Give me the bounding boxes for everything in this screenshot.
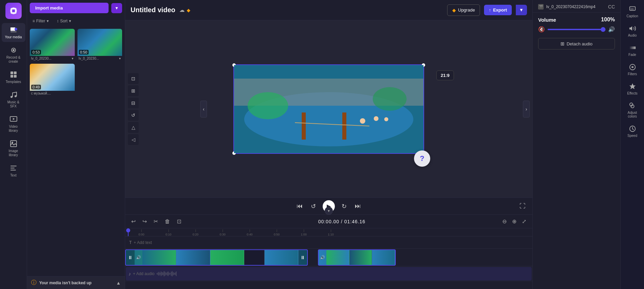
right-sidebar-item-audio[interactable]: Audio xyxy=(622,22,643,40)
audio-track-content[interactable]: ♪ + Add audio xyxy=(126,267,532,281)
svg-rect-21 xyxy=(342,112,346,140)
sort-button[interactable]: ↕ Sort ▾ xyxy=(54,17,74,25)
ruler-mark-0: 0:00 xyxy=(128,229,155,236)
svg-rect-0 xyxy=(10,27,15,31)
svg-point-9 xyxy=(10,96,13,98)
skip-to-end-button[interactable]: ⏭ xyxy=(353,201,362,211)
playback-controls: ⏮ ↺ ▶ ↻ ⏭ ⛶ ▼ xyxy=(125,198,532,214)
right-sidebar-item-fade[interactable]: Fade xyxy=(622,41,643,59)
import-media-button[interactable]: Import media xyxy=(30,3,109,13)
zoom-out-button[interactable]: ⊖ xyxy=(500,217,509,226)
detach-audio-button[interactable]: ⊞ Detach audio xyxy=(538,38,615,49)
rotate-tool-button[interactable]: ↺ xyxy=(128,110,139,121)
video-track: ⏸ 🔊 ⏸ 🔊 xyxy=(125,249,532,266)
right-sidebar-label-speed: Speed xyxy=(627,134,637,138)
rewind-5s-button[interactable]: ↺ xyxy=(309,201,317,211)
export-dropdown-button[interactable]: ▼ xyxy=(516,5,527,15)
media-clip-3[interactable]: 0:49 с музыкой.... xyxy=(30,64,75,96)
right-panel-header: 🎬 lv_0_20230704222416mp4 CC xyxy=(533,0,620,13)
media-clip-1[interactable]: 0:53 lv_0_20230... ▾ xyxy=(30,29,75,61)
sidebar-item-video-library[interactable]: Videolibrary xyxy=(2,112,25,136)
cloud-icon: ☁ xyxy=(179,7,185,13)
cut-button[interactable]: ✂ xyxy=(152,217,160,226)
upgrade-label: Upgrade xyxy=(458,7,475,13)
split-button[interactable]: ⊡ xyxy=(175,217,183,226)
panel-collapse-button[interactable]: ‹ xyxy=(200,101,207,118)
right-sidebar-item-speed[interactable]: Speed xyxy=(622,122,643,140)
svg-rect-8 xyxy=(14,75,17,78)
export-button[interactable]: ↑ Export xyxy=(484,5,512,15)
text-track-icon: T xyxy=(129,240,132,245)
undo-button[interactable]: ↩ xyxy=(129,217,138,226)
filter-button[interactable]: ≡ Filter ▾ xyxy=(30,17,51,25)
svg-rect-28 xyxy=(629,46,635,49)
svg-point-23 xyxy=(374,116,378,121)
add-text-track-button[interactable]: T + Add text xyxy=(125,240,156,245)
timeline-playhead[interactable] xyxy=(128,228,129,236)
right-sidebar-item-adjust-colors[interactable]: Adjustcolors xyxy=(622,99,643,121)
right-sidebar-label-caption: Caption xyxy=(626,14,638,18)
volume-slider[interactable] xyxy=(548,29,605,30)
sidebar-item-your-media[interactable]: Your media xyxy=(2,23,25,42)
app-logo[interactable] xyxy=(5,3,22,19)
right-sidebar-item-filters[interactable]: Filters xyxy=(622,61,643,79)
media-clip-2[interactable]: 0:50 lv_0_20230... ▾ xyxy=(77,29,122,61)
backup-warning-bar: ⓘ Your media isn't backed up ▲ xyxy=(27,276,125,289)
svg-text:CC: CC xyxy=(630,8,634,10)
sort-label: Sort xyxy=(60,19,68,23)
flip-v-tool-button[interactable]: ◁ xyxy=(128,134,139,145)
sidebar-item-music-sfx[interactable]: Music &SFX xyxy=(2,88,25,111)
captions-icon: CC xyxy=(608,4,615,9)
clip-name-3: с музыкой.... xyxy=(31,91,51,95)
panel-expand-right-button[interactable]: › xyxy=(523,101,530,118)
clip-more-icon-2[interactable]: ▾ xyxy=(119,57,121,60)
clip-more-icon-1[interactable]: ▾ xyxy=(72,57,73,60)
redo-button[interactable]: ↪ xyxy=(140,217,149,226)
sidebar-item-label-video-library: Videolibrary xyxy=(9,125,18,133)
video-clip-second[interactable]: 🔊 xyxy=(318,249,396,266)
resize-tool-button[interactable]: ⊡ xyxy=(128,73,139,84)
help-bubble-button[interactable]: ? xyxy=(414,150,430,167)
fit-timeline-button[interactable]: ⤢ xyxy=(520,217,528,226)
video-clip-main[interactable]: ⏸ 🔊 ⏸ xyxy=(125,249,308,266)
import-media-dropdown-button[interactable]: ▼ xyxy=(111,3,122,13)
video-canvas: 21:9 ? xyxy=(233,64,424,154)
sidebar-item-text[interactable]: Text xyxy=(2,161,25,180)
ruler-mark-1: 0:10 xyxy=(155,229,182,236)
timeline-collapse-button[interactable]: ▼ xyxy=(325,207,333,215)
svg-rect-6 xyxy=(14,71,17,74)
clip2-thumb-1 xyxy=(326,250,349,265)
flip-h-tool-button[interactable]: △ xyxy=(128,122,139,133)
media-panel: Import media ▼ ≡ Filter ▾ ↕ Sort ▾ 0:53 … xyxy=(27,0,125,289)
sidebar-item-image-library[interactable]: Imagelibrary xyxy=(2,137,25,160)
filter-label: Filter xyxy=(36,19,45,23)
skip-to-start-button[interactable]: ⏮ xyxy=(295,201,304,211)
clip-name-row-3: с музыкой.... xyxy=(30,91,75,96)
total-time: 01:46.16 xyxy=(344,219,366,224)
right-sidebar-item-caption[interactable]: CC Caption xyxy=(622,3,643,21)
aspect-ratio-badge[interactable]: 21:9 xyxy=(436,70,454,80)
clip-name-row-2: lv_0_20230... ▾ xyxy=(77,56,122,61)
sidebar-item-templates[interactable]: Templates xyxy=(2,68,25,87)
crop-tool-button[interactable]: ⊞ xyxy=(128,85,139,96)
volume-row: Volume 100% xyxy=(533,13,620,25)
clip-name-2: lv_0_20230... xyxy=(79,57,99,60)
video-track-content: ⏸ 🔊 ⏸ 🔊 xyxy=(125,249,532,266)
volume-slider-thumb[interactable] xyxy=(601,27,605,32)
volume-max-button[interactable]: 🔊 xyxy=(608,26,615,33)
ruler-mark-2: 0:20 xyxy=(182,229,209,236)
sidebar-item-record-create[interactable]: Record &create xyxy=(2,43,25,66)
fullscreen-button[interactable]: ⛶ xyxy=(518,201,527,211)
zoom-in-button[interactable]: ⊕ xyxy=(510,217,519,226)
add-text-label: + Add text xyxy=(134,240,152,245)
forward-5s-button[interactable]: ↻ xyxy=(340,201,348,211)
volume-mute-button[interactable]: 🔇 xyxy=(538,26,545,33)
ruler-mark-7: 1:10 xyxy=(317,229,344,236)
right-sidebar-item-effects[interactable]: Effects xyxy=(622,80,643,98)
backup-dismiss-button[interactable]: ▲ xyxy=(116,280,121,286)
delete-button[interactable]: 🗑 xyxy=(163,217,172,226)
upgrade-button[interactable]: ◆ Upgrade xyxy=(447,4,480,16)
layout-tool-button[interactable]: ⊟ xyxy=(128,98,139,108)
export-upload-icon: ↑ xyxy=(489,7,491,13)
right-sidebar-label-fade: Fade xyxy=(628,53,636,57)
